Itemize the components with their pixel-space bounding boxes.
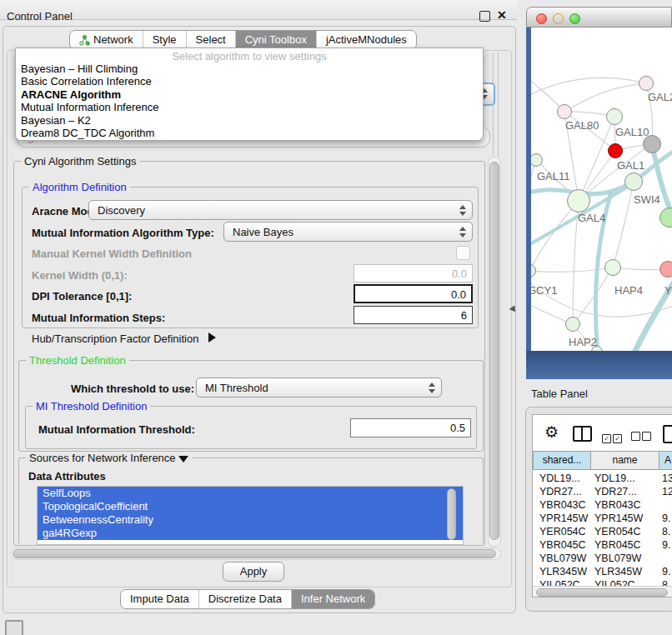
close-traffic-light[interactable]	[536, 13, 547, 24]
panel-edge	[498, 52, 499, 157]
node-label: HAP2	[569, 336, 597, 348]
settings-vscrollbar-thumb[interactable]	[489, 162, 499, 540]
node-label: GAL2	[648, 91, 672, 103]
node-label: GAL4	[578, 212, 605, 224]
select-all-columns-icon[interactable]: ✓✓	[602, 429, 622, 444]
node-label: HAP4	[614, 284, 643, 297]
network-edges	[531, 28, 672, 351]
combo-arrows-icon	[429, 382, 435, 393]
table-row[interactable]: YDL19...YDL19...13	[533, 472, 672, 485]
combo-arrows-icon	[459, 227, 466, 238]
attribute-item[interactable]: BetweennessCentrality	[38, 513, 463, 527]
deselect-all-columns-icon[interactable]	[631, 429, 651, 444]
dropdown-prompt: Select algorithm to view settings	[16, 50, 483, 62]
table-row[interactable]: YLR345WYLR345W9.	[533, 565, 672, 578]
table-hscrollbar-thumb[interactable]	[536, 588, 668, 597]
network-window-bottom-border	[526, 351, 672, 379]
table-row[interactable]: YER054CYER054C8.	[533, 525, 672, 538]
control-panel-titlebar	[0, 0, 517, 20]
node-hap2[interactable]	[565, 317, 580, 332]
table-row[interactable]: YBR045CYBR045C9.	[533, 538, 672, 552]
dropdown-item[interactable]: Basic Correlation Inference	[21, 75, 152, 88]
gear-icon[interactable]: ⚙	[544, 424, 559, 440]
table-row[interactable]: YPR145WYPR145W9.	[533, 512, 672, 525]
tab-cyni-toolbox[interactable]: Cyni Toolbox	[235, 31, 316, 49]
zoom-traffic-light[interactable]	[569, 13, 580, 24]
table-hscrollbar-track[interactable]	[533, 586, 672, 598]
tab-impute-data[interactable]: Impute Data	[121, 590, 198, 608]
node-gal4[interactable]	[567, 189, 590, 212]
tab-network[interactable]: Network	[70, 31, 143, 49]
manual-kernel-width-checkbox[interactable]	[456, 246, 470, 260]
mi-algorithm-type-combobox[interactable]: Naive Bayes	[223, 222, 473, 242]
tab-infer-network[interactable]: Infer Network	[291, 590, 374, 608]
node-gal80[interactable]	[557, 104, 572, 119]
mi-algorithm-type-label: Mutual Information Algorithm Type:	[32, 227, 214, 239]
settings-hscrollbar-thumb[interactable]	[13, 549, 496, 558]
mi-algorithm-type-value: Naive Bayes	[233, 226, 293, 238]
screen: { "colors": { "accent-blue": "#2323d8", …	[0, 0, 672, 635]
table-row[interactable]: YDR27...YDR27...12	[533, 485, 672, 498]
dropdown-item[interactable]: Dream8 DC_TDC Algorithm	[21, 127, 154, 139]
which-threshold-label: Which threshold to use:	[71, 382, 194, 395]
mi-threshold-field[interactable]: 0.5	[350, 418, 471, 438]
attribute-item[interactable]: SelfLoops	[38, 487, 463, 500]
tab-jactivemnodules[interactable]: jActiveMNodules	[316, 31, 416, 49]
tab-select[interactable]: Select	[186, 31, 235, 49]
table-row[interactable]: YBL079WYBL079W	[533, 552, 672, 565]
which-threshold-combobox[interactable]: MI Threshold	[196, 378, 442, 398]
sources-title-label: Sources for Network Inference	[29, 452, 176, 464]
mi-steps-field[interactable]: 6	[354, 306, 473, 324]
kernel-width-field[interactable]: 0.0	[354, 264, 473, 282]
hub-definition-expander[interactable]: Hub/Transcription Factor Definition	[32, 332, 216, 345]
column-header-name[interactable]: name	[590, 451, 659, 470]
dpi-tolerance-field[interactable]: 0.0	[354, 284, 473, 303]
mi-threshold-label: Mutual Information Threshold:	[38, 423, 195, 436]
node-gal1[interactable]	[608, 143, 623, 158]
data-attributes-list: SelfLoops TopologicalCoefficient Between…	[37, 486, 464, 545]
close-icon[interactable]: ✕	[497, 8, 507, 22]
tab-discretize-data[interactable]: Discretize Data	[198, 590, 291, 608]
dropdown-item-selected[interactable]: ARACNE Algorithm	[21, 88, 121, 101]
node-label: GAL11	[537, 170, 570, 182]
tab-impute-data-label: Impute Data	[130, 590, 189, 608]
attribute-item[interactable]: TopologicalCoefficient	[38, 500, 463, 513]
node-swi4[interactable]	[624, 172, 643, 191]
minimized-window-icon[interactable]	[5, 620, 23, 635]
which-threshold-value: MI Threshold	[205, 382, 268, 394]
dropdown-item[interactable]: Mutual Information Inference	[21, 101, 158, 113]
network-canvas[interactable]: GAL2 GAL80 GAL10 GAL1 GAL11 SWI4 GAL4 GC…	[531, 28, 672, 351]
minimize-traffic-light[interactable]	[553, 13, 564, 24]
control-panel-title: Control Panel	[7, 10, 73, 22]
apply-button[interactable]: Apply	[223, 562, 284, 582]
attribute-item[interactable]: gal4RGexp	[38, 527, 463, 540]
algorithm-definition-title: Algorithm Definition	[29, 181, 130, 193]
collapse-down-icon	[178, 456, 188, 462]
sources-group-title[interactable]: Sources for Network Inference	[26, 452, 192, 464]
dpi-tolerance-label: DPI Tolerance [0,1]:	[32, 290, 132, 302]
dropdown-item[interactable]: Bayesian – Hill Climbing	[21, 62, 138, 75]
function-builder-icon[interactable]	[663, 425, 672, 443]
dropdown-item[interactable]: Bayesian – K2	[21, 114, 91, 127]
aracne-mode-combobox[interactable]: Discovery	[88, 200, 473, 220]
table-row[interactable]: YBR043CYBR043C	[533, 498, 672, 512]
node-gal2[interactable]	[639, 76, 654, 91]
split-columns-icon[interactable]	[573, 426, 592, 442]
mi-steps-label: Mutual Information Steps:	[32, 312, 165, 324]
node-hap4[interactable]	[604, 259, 621, 276]
network-window-titlebar[interactable]	[526, 7, 672, 28]
node-gal10[interactable]	[606, 108, 623, 125]
cyni-algorithm-settings-title: Cyni Algorithm Settings	[21, 155, 139, 168]
tab-select-label: Select	[196, 31, 226, 49]
network-icon	[79, 35, 90, 46]
float-window-icon[interactable]	[479, 11, 490, 22]
tab-network-label: Network	[93, 31, 133, 49]
tab-style[interactable]: Style	[143, 31, 186, 49]
aracne-mode-value: Discovery	[98, 204, 145, 217]
hub-definition-label: Hub/Transcription Factor Definition	[32, 332, 198, 345]
column-header-clipped[interactable]: A	[659, 451, 672, 470]
expand-right-icon	[208, 332, 216, 342]
node-salmon[interactable]	[659, 261, 672, 278]
column-header-shared-name[interactable]: shared...	[533, 451, 591, 470]
attribute-list-scrollbar[interactable]	[447, 488, 456, 540]
